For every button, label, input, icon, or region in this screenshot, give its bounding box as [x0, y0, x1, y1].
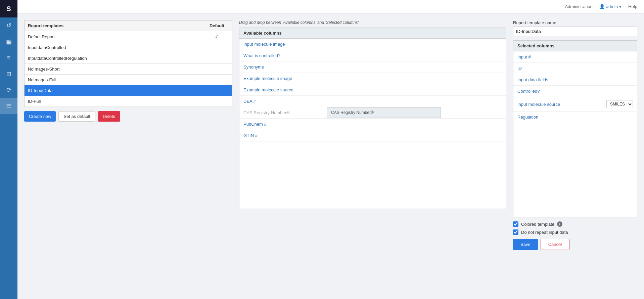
no-repeat-label[interactable]: Do not repeat input data	[521, 230, 568, 235]
app-logo: S	[0, 0, 17, 17]
right-panel: Report template name Selected columns In…	[513, 20, 637, 292]
col-label: Input #	[517, 54, 531, 59]
list-item[interactable]: Regulation	[513, 112, 637, 123]
col-name-header: Report templates	[28, 23, 205, 28]
col-label: Input data fields	[517, 77, 548, 82]
info-icon: i	[557, 221, 562, 227]
colored-template-label[interactable]: Colored template	[521, 222, 554, 227]
left-panel: Report templates Default DefaultReport ✓…	[24, 20, 232, 292]
sidebar-item-grid[interactable]: ⊞	[0, 66, 17, 82]
row-name: InputdataControlled	[28, 45, 205, 50]
col-label: Input molecule source	[517, 102, 560, 107]
available-columns-box: Available columns Input molecule image W…	[239, 28, 506, 209]
table-row-selected[interactable]: ID-InputData	[25, 85, 232, 96]
default-checkmark: ✓	[205, 34, 229, 39]
list-item[interactable]: GTIN #	[239, 130, 506, 141]
drag-hint: Drag and drop between 'Available columns…	[239, 20, 506, 25]
no-repeat-checkbox[interactable]	[513, 229, 518, 235]
list-item-cas[interactable]: CAS Registry Number®	[239, 107, 506, 119]
no-repeat-row: Do not repeat input data	[513, 229, 637, 235]
list-item[interactable]: Input molecule image	[239, 39, 506, 50]
table-row[interactable]: NoImages-Short	[25, 64, 232, 75]
sidebar: S ↺ ▦ ≡ ⊞ ⟳ ☰	[0, 0, 17, 299]
cancel-button[interactable]: Cancel	[541, 239, 569, 250]
selected-columns-header: Selected columns	[513, 41, 637, 51]
col-label: Controlled?	[517, 89, 540, 94]
list-item[interactable]: ID	[513, 63, 637, 74]
bottom-buttons: Save Cancel	[513, 239, 637, 250]
available-columns-header: Available columns	[239, 28, 506, 39]
sidebar-item-sync[interactable]: ⟳	[0, 82, 17, 98]
list-item[interactable]: PubChem #	[239, 119, 506, 130]
table-row[interactable]: NoImages-Full	[25, 75, 232, 85]
help-link[interactable]: Help	[628, 4, 637, 9]
save-button[interactable]: Save	[513, 239, 538, 250]
create-new-button[interactable]: Create new	[24, 111, 56, 122]
list-item[interactable]: DEA #	[239, 96, 506, 107]
list-item[interactable]: Input data fields	[513, 74, 637, 86]
row-name: ID-InputData	[28, 88, 205, 93]
main-content: Report templates Default DefaultReport ✓…	[17, 13, 644, 299]
table-row[interactable]: InputdataControlledRegulation	[25, 53, 232, 64]
row-name: NoImages-Full	[28, 77, 205, 82]
list-item[interactable]: Synonyms	[239, 61, 506, 73]
cas-row-container: CAS Registry Number® CAS Registry Number…	[239, 107, 506, 119]
col-default-header: Default	[205, 23, 229, 28]
row-name: NoImages-Short	[28, 67, 205, 72]
table-row[interactable]: ID-Full	[25, 96, 232, 107]
table-row[interactable]: DefaultReport ✓	[25, 31, 232, 42]
user-icon: 👤	[599, 4, 605, 9]
selected-columns-box: Selected columns Input # ID Input data f…	[513, 40, 637, 217]
list-item[interactable]: Controlled?	[513, 86, 637, 97]
admin-link[interactable]: Administration	[565, 4, 592, 9]
topbar: Administration 👤 admin ▾ Help	[17, 0, 644, 13]
sidebar-item-menu[interactable]: ≡	[0, 50, 17, 66]
user-dropdown-icon: ▾	[619, 4, 622, 9]
templates-table: Report templates Default DefaultReport ✓…	[24, 20, 232, 107]
list-item[interactable]: Example molecule source	[239, 84, 506, 96]
middle-panel: Drag and drop between 'Available columns…	[239, 20, 506, 292]
row-name: ID-Full	[28, 99, 205, 104]
template-name-input[interactable]	[513, 27, 637, 36]
table-row[interactable]: InputdataControlled	[25, 42, 232, 53]
colored-template-checkbox[interactable]	[513, 221, 518, 227]
sidebar-item-list[interactable]: ☰	[0, 98, 17, 114]
template-name-label: Report template name	[513, 20, 637, 25]
delete-button[interactable]: Delete	[98, 111, 120, 122]
empty-space	[239, 141, 506, 209]
col-label: ID	[517, 66, 522, 71]
row-name: InputdataControlledRegulation	[28, 56, 205, 61]
empty-space	[513, 123, 637, 217]
template-name-section: Report template name	[513, 20, 637, 36]
set-default-button[interactable]: Set as default	[58, 111, 95, 122]
row-name: DefaultReport	[28, 34, 205, 39]
col-label: Regulation	[517, 115, 538, 120]
list-item[interactable]: Input #	[513, 51, 637, 63]
colored-template-row: Colored template i	[513, 221, 637, 227]
sidebar-item-refresh[interactable]: ↺	[0, 17, 17, 34]
source-select[interactable]: SMILES InChI Mol	[606, 100, 633, 108]
user-menu[interactable]: 👤 admin ▾	[599, 4, 622, 9]
list-item[interactable]: What is controlled?	[239, 50, 506, 61]
list-item[interactable]: Example molecule image	[239, 73, 506, 84]
action-buttons: Create new Set as default Delete	[24, 111, 232, 122]
templates-header: Report templates Default	[25, 20, 232, 31]
sidebar-item-analytics[interactable]: ▦	[0, 34, 17, 50]
list-item-with-select[interactable]: Input molecule source SMILES InChI Mol	[513, 97, 637, 112]
